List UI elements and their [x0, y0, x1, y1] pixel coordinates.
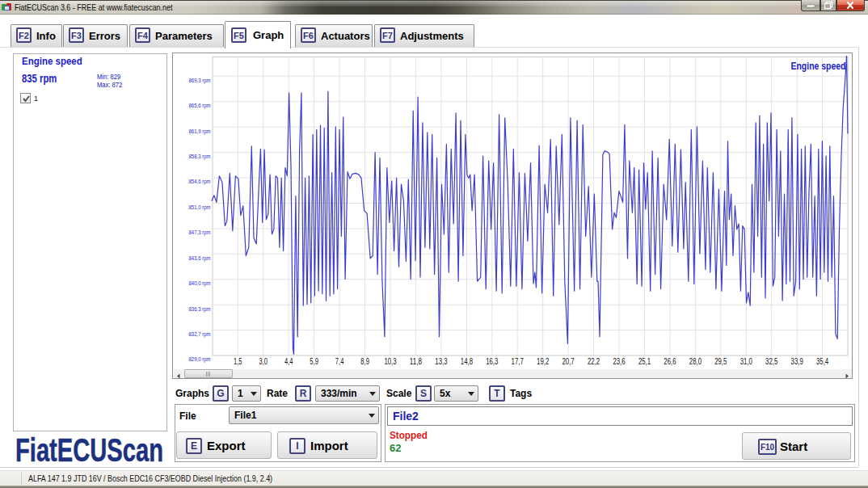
- svg-text:32,5: 32,5: [765, 357, 778, 366]
- svg-text:33,9: 33,9: [791, 357, 804, 366]
- svg-text:13,3: 13,3: [435, 357, 448, 366]
- svg-text:854,6 rpm: 854,6 rpm: [189, 178, 211, 185]
- svg-text:29,5: 29,5: [714, 357, 727, 366]
- svg-text:19,2: 19,2: [537, 357, 550, 366]
- svg-text:25,1: 25,1: [638, 357, 651, 366]
- svg-text:3,0: 3,0: [259, 357, 268, 366]
- svg-text:16,3: 16,3: [486, 357, 499, 366]
- svg-text:11,8: 11,8: [410, 357, 423, 366]
- svg-text:847,3 rpm: 847,3 rpm: [189, 229, 211, 236]
- svg-text:7,4: 7,4: [335, 357, 344, 366]
- svg-text:35,4: 35,4: [816, 357, 829, 366]
- svg-text:FiatECUScan: FiatECUScan: [15, 432, 163, 468]
- svg-text:10,3: 10,3: [384, 357, 397, 366]
- svg-text:14,8: 14,8: [461, 357, 474, 366]
- svg-text:836,3 rpm: 836,3 rpm: [189, 305, 211, 313]
- svg-text:829,0 rpm: 829,0 rpm: [189, 355, 211, 363]
- svg-text:4,4: 4,4: [284, 357, 293, 366]
- svg-text:840,0 rpm: 840,0 rpm: [189, 280, 211, 287]
- svg-text:1,5: 1,5: [234, 357, 242, 366]
- svg-text:26,6: 26,6: [664, 357, 676, 366]
- svg-text:23,6: 23,6: [613, 357, 626, 366]
- svg-text:28,0: 28,0: [689, 357, 702, 366]
- svg-text:5,9: 5,9: [310, 357, 318, 366]
- svg-text:843,6 rpm: 843,6 rpm: [189, 255, 211, 262]
- svg-text:17,7: 17,7: [512, 357, 525, 366]
- svg-text:851,0 rpm: 851,0 rpm: [189, 204, 211, 211]
- svg-text:31,0: 31,0: [740, 357, 753, 366]
- svg-text:8,9: 8,9: [360, 357, 369, 366]
- svg-text:869,3 rpm: 869,3 rpm: [189, 77, 211, 84]
- svg-text:865,6 rpm: 865,6 rpm: [189, 102, 211, 109]
- svg-text:Engine speed: Engine speed: [791, 61, 846, 72]
- svg-text:832,7 rpm: 832,7 rpm: [189, 330, 211, 338]
- svg-text:20,7: 20,7: [563, 357, 575, 366]
- svg-text:22,2: 22,2: [588, 357, 600, 366]
- svg-text:861,9 rpm: 861,9 rpm: [189, 128, 211, 135]
- svg-text:858,3 rpm: 858,3 rpm: [189, 153, 211, 160]
